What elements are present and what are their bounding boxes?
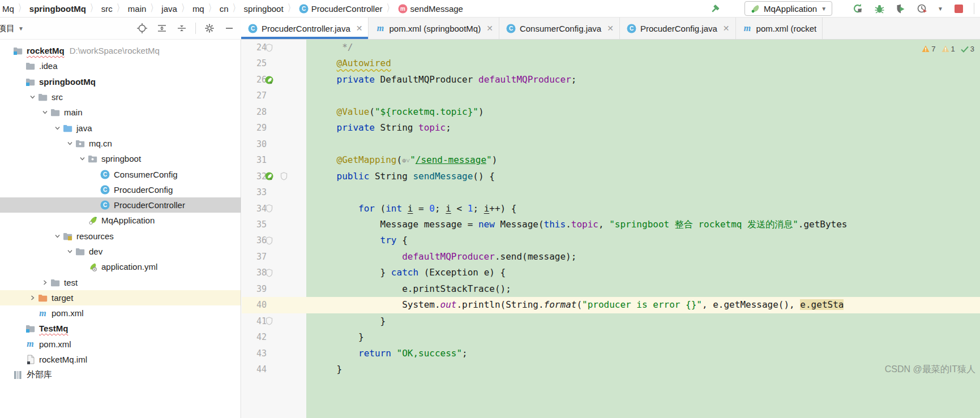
code-line-44[interactable]: 44 } — [242, 361, 980, 377]
breadcrumb-item[interactable]: Mq — [2, 4, 14, 14]
code-segment-plain — [402, 203, 408, 214]
chevron-closed-icon[interactable] — [40, 279, 50, 286]
code-line-34[interactable]: 34 for (int i = 0; i < 1; i++) { — [242, 201, 980, 217]
tree-item-ConsumerConfig[interactable]: CConsumerConfig — [0, 166, 241, 182]
code-line-39[interactable]: 39 e.printStackTrace(); — [242, 281, 980, 297]
tree-item-springbootMq[interactable]: springbootMq — [0, 74, 241, 89]
tree-item-target[interactable]: target — [0, 290, 241, 305]
tree-item-ProcuderConfig[interactable]: CProcuderConfig — [0, 182, 241, 197]
tree-item-pom.xml[interactable]: mpom.xml — [0, 305, 241, 321]
code-line-33[interactable]: 33 — [242, 184, 980, 200]
tree-item-TestMq[interactable]: TestMq — [0, 321, 241, 336]
weak-warnings-badge[interactable]: 1 — [942, 45, 955, 53]
code-line-29[interactable]: 29 private String topic; — [242, 120, 980, 136]
code-line-24[interactable]: 24 */ — [242, 40, 980, 55]
chevron-open-icon[interactable] — [40, 109, 50, 115]
chevron-down-icon: ▼ — [18, 25, 24, 32]
breadcrumb-item[interactable]: main — [128, 4, 147, 14]
editor-tab[interactable]: mpom.xml (springbootMq)✕ — [369, 18, 499, 39]
breadcrumb-item[interactable]: mq — [192, 4, 204, 14]
tab-close-icon[interactable]: ✕ — [356, 24, 363, 33]
spring-bean-icon[interactable] — [264, 171, 274, 181]
code-line-42[interactable]: 42 } — [242, 329, 980, 345]
tree-item-MqApplication[interactable]: MqApplication — [0, 213, 241, 228]
tree-item-springboot[interactable]: springboot — [0, 151, 241, 166]
breadcrumb-item[interactable]: CProcuderController — [299, 4, 383, 14]
code-line-32[interactable]: 32 public String sendMessage() { — [242, 169, 980, 184]
tree-item-application.yml[interactable]: application.yml — [0, 259, 241, 274]
chevron-open-icon[interactable] — [52, 125, 63, 131]
editor-tab[interactable]: mpom.xml (rocket — [736, 18, 823, 39]
tree-item-java[interactable]: java — [0, 120, 241, 135]
warnings-badge[interactable]: 7 — [922, 45, 935, 53]
settings-gear-icon[interactable] — [203, 22, 216, 35]
editor-tab[interactable]: CProcuderConfig.java✕ — [620, 18, 736, 39]
chevron-open-icon[interactable] — [65, 248, 75, 255]
code-line-30[interactable]: 30 — [242, 136, 980, 152]
tree-item-test[interactable]: test — [0, 274, 241, 290]
profiler-chevron-icon[interactable]: ▼ — [938, 6, 943, 12]
tree-item-resources[interactable]: resources — [0, 229, 241, 244]
tree-item-.idea[interactable]: .idea — [0, 58, 241, 74]
expand-all-icon[interactable] — [156, 22, 168, 35]
gutter-icons — [264, 72, 274, 88]
chevron-open-icon[interactable] — [77, 156, 88, 162]
breadcrumb-item[interactable]: src — [101, 4, 113, 14]
code-line-38[interactable]: 38 } catch (Exception e) { — [242, 265, 980, 281]
collapse-all-icon[interactable] — [176, 22, 188, 35]
code-line-28[interactable]: 28 @Value("${rocketmq.topic}") — [242, 104, 980, 120]
tab-close-icon[interactable]: ✕ — [607, 24, 614, 33]
breadcrumb-item[interactable]: springboot — [244, 4, 284, 14]
code-segment-plain — [315, 106, 337, 117]
project-panel-title[interactable]: 项目 ▼ — [0, 23, 24, 34]
code-segment-kw: try — [380, 235, 397, 245]
yml-icon — [88, 262, 97, 272]
profiler-icon[interactable] — [916, 2, 928, 15]
tree-item-dev[interactable]: dev — [0, 244, 241, 259]
breadcrumb-item[interactable]: msendMessage — [398, 4, 463, 14]
tree-item-外部库[interactable]: 外部库 — [0, 367, 241, 382]
debug-icon[interactable] — [873, 2, 885, 15]
breadcrumb-separator: 〉 — [208, 3, 216, 14]
coverage-icon[interactable] — [895, 2, 907, 15]
code-line-36[interactable]: 36 try { — [242, 232, 980, 248]
chevron-open-icon[interactable] — [65, 140, 75, 146]
code-line-26[interactable]: 26 private DefaultMQProducer defaultMQPr… — [242, 72, 980, 88]
run-configuration-select[interactable]: MqApplication ▼ — [744, 1, 832, 16]
tab-close-icon[interactable]: ✕ — [486, 24, 493, 33]
tree-item-rocketMq[interactable]: rocketMqD:\workSpace\rocketMq — [0, 43, 241, 58]
tree-item-rocketMq.iml[interactable]: rocketMq.iml — [0, 352, 241, 367]
spring-bean-icon[interactable] — [264, 75, 274, 85]
code-line-35[interactable]: 35 Message message = new Message(this.to… — [242, 217, 980, 232]
code-line-41[interactable]: 41 } — [242, 313, 980, 329]
code-line-43[interactable]: 43 return "OK,success"; — [242, 346, 980, 361]
code-line-31[interactable]: 31 @GetMapping(⊕˅"/send-message") — [242, 152, 980, 168]
tree-item-src[interactable]: src — [0, 89, 241, 105]
hide-panel-icon[interactable] — [223, 22, 236, 35]
chevron-open-icon[interactable] — [52, 233, 63, 239]
code-line-37[interactable]: 37 defaultMQProducer.send(message); — [242, 249, 980, 265]
code-segment-plain: ++) { — [489, 203, 516, 214]
tree-item-ProcuderController[interactable]: CProcuderController — [0, 197, 241, 213]
code-line-40[interactable]: 40 System.out.println(String.format("pro… — [242, 297, 980, 313]
rerun-icon[interactable] — [851, 2, 864, 15]
passed-badge[interactable]: 3 — [961, 45, 974, 53]
breadcrumb-item[interactable]: cn — [220, 4, 229, 14]
code-editor[interactable]: 24 */25 @Autowired26 private DefaultMQPr… — [242, 40, 980, 418]
editor-tab[interactable]: CConsumerConfig.java✕ — [499, 18, 620, 39]
tree-item-pom.xml[interactable]: mpom.xml — [0, 337, 241, 352]
locate-icon[interactable] — [136, 22, 148, 35]
build-hammer-icon[interactable] — [711, 2, 723, 15]
code-line-27[interactable]: 27 — [242, 88, 980, 104]
chevron-open-icon[interactable] — [27, 94, 38, 100]
inspections-widget[interactable]: 7 1 3 — [922, 45, 974, 53]
chevron-closed-icon[interactable] — [27, 295, 38, 301]
stop-icon[interactable] — [952, 2, 965, 15]
code-line-25[interactable]: 25 @Autowired — [242, 55, 980, 71]
breadcrumb-item[interactable]: springbootMq — [29, 4, 86, 14]
tab-close-icon[interactable]: ✕ — [723, 24, 730, 33]
tree-item-main[interactable]: main — [0, 105, 241, 120]
breadcrumb-item[interactable]: java — [161, 4, 177, 14]
editor-tab[interactable]: CProcuderController.java✕ — [241, 18, 369, 39]
tree-item-mq.cn[interactable]: mq.cn — [0, 136, 241, 151]
